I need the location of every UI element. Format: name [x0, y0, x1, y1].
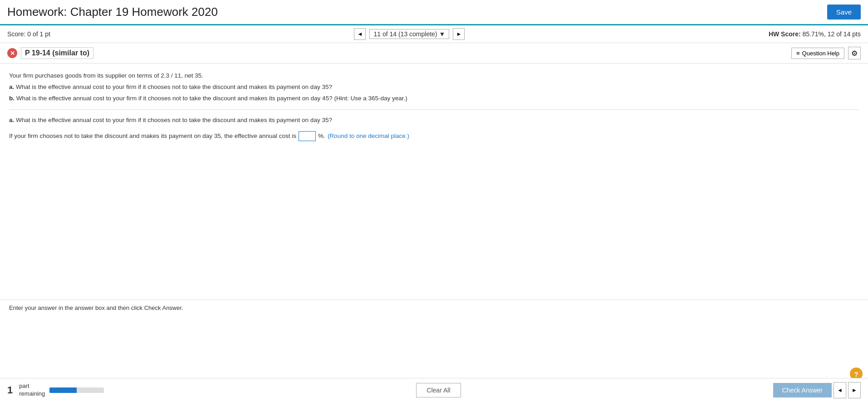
nav-prev-button[interactable]: ◄	[354, 28, 366, 40]
question-header: ✕ P 19-14 (similar to) ≡ Question Help ⚙	[0, 43, 868, 64]
footer-instruction: Enter your answer in the answer box and …	[0, 299, 868, 314]
question-title: P 19-14 (similar to)	[21, 47, 93, 59]
top-bar: Homework: Chapter 19 Homework 2020 Save	[0, 0, 868, 25]
question-help-button[interactable]: ≡ Question Help	[791, 48, 844, 59]
question-help-area: ≡ Question Help ⚙	[791, 47, 861, 59]
score-label: Score: 0 of 1 pt	[7, 30, 50, 38]
question-title-area: ✕ P 19-14 (similar to)	[7, 47, 93, 59]
nav-next-button[interactable]: ►	[453, 28, 465, 40]
save-button[interactable]: Save	[827, 5, 861, 20]
list-icon: ≡	[796, 50, 800, 57]
navigation-center: ◄ 11 of 14 (13 complete) ▼ ►	[354, 28, 465, 40]
incorrect-icon: ✕	[7, 48, 17, 58]
problem-intro: Your firm purchases goods from its suppl…	[9, 71, 859, 81]
answer-line: If your firm chooses not to take the dis…	[9, 131, 859, 142]
settings-button[interactable]: ⚙	[848, 47, 861, 59]
problem-part-a-line: a. What is the effective annual cost to …	[9, 82, 859, 93]
part-a-question: a. What is the effective annual cost to …	[9, 115, 859, 126]
nav-current-label[interactable]: 11 of 14 (13 complete) ▼	[369, 29, 449, 39]
gear-icon: ⚙	[851, 49, 858, 58]
round-note: (Round to one decimal place.)	[328, 131, 409, 142]
problem-statement: Your firm purchases goods from its suppl…	[9, 71, 859, 104]
hw-score: HW Score: 85.71%, 12 of 14 pts	[769, 30, 861, 38]
divider	[9, 109, 859, 110]
problem-part-b-line: b. What is the effective annual cost to …	[9, 93, 859, 104]
page-title: Homework: Chapter 19 Homework 2020	[7, 5, 218, 19]
answer-input[interactable]	[299, 131, 316, 141]
score-bar: Score: 0 of 1 pt ◄ 11 of 14 (13 complete…	[0, 25, 868, 43]
main-content: Your firm purchases goods from its suppl…	[0, 64, 868, 299]
